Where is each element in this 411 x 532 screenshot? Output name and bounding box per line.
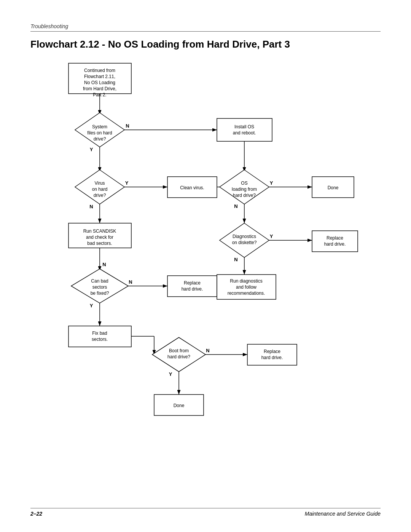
n-label-virus: N [89, 204, 93, 209]
done1-text: Done [328, 185, 339, 190]
system-files-diamond [75, 113, 124, 147]
header-label: Troubleshooting [30, 23, 68, 29]
y-label-boot: Y [169, 371, 172, 377]
header-section: Troubleshooting [30, 23, 381, 32]
chart-title: Flowchart 2.12 - No OS Loading from Hard… [30, 38, 381, 50]
n-label-canfix: N [129, 279, 132, 285]
footer: 2–22 Maintenance and Service Guide [30, 508, 381, 517]
page: Troubleshooting Flowchart 2.12 - No OS L… [0, 0, 411, 532]
flowchart-container: Continued fromFlowchart 2.11,No OS Loadi… [30, 59, 381, 459]
y-label-osloading: Y [270, 180, 273, 186]
n-label-scandisk: N [102, 262, 106, 267]
y-label-canfix: Y [90, 303, 93, 308]
n-label-osloading: N [234, 203, 237, 209]
n-label-diag2: N [234, 257, 237, 262]
n-label-boot: N [206, 348, 209, 353]
footer-right: Maintenance and Service Guide [305, 511, 381, 517]
scandisk-text: Run SCANDISKand check forbad sectors. [83, 228, 116, 246]
y-label-system: Y [90, 147, 93, 152]
clean-virus-text: Clean virus. [180, 185, 204, 190]
y-label-diag: Y [270, 233, 273, 239]
can-fix-text: Can badsectorsbe fixed? [91, 278, 109, 296]
install-os-box [217, 118, 272, 141]
y-label-virus: Y [125, 180, 129, 186]
done2-text: Done [174, 403, 185, 408]
footer-left: 2–22 [30, 511, 42, 517]
n-label-system: N [126, 123, 129, 129]
